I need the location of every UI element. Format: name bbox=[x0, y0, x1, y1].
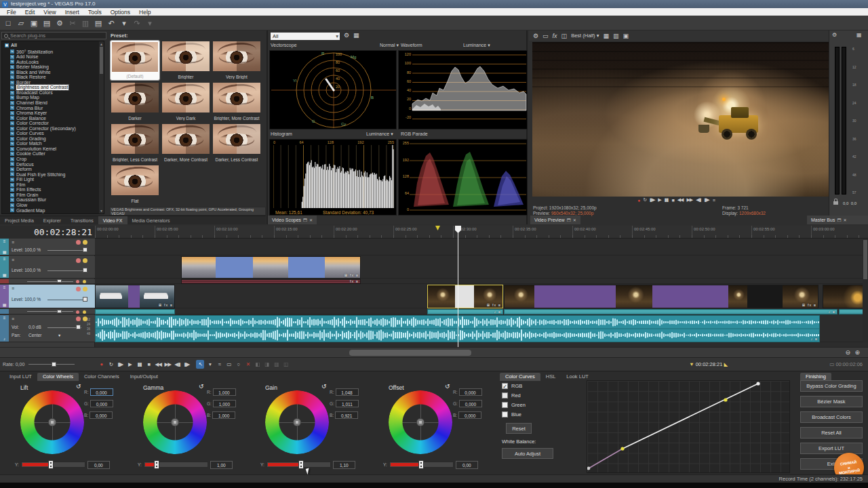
audio-track-header[interactable]: ≡♪ ≡ Vol: 0,0 dB Pan: Center ▾ 12243648 bbox=[0, 315, 95, 342]
plugin-list-item[interactable]: fx Film Effects bbox=[10, 187, 104, 192]
redo-dropdown-icon[interactable]: ▾ bbox=[144, 18, 155, 28]
selection-length[interactable]: ▭ 00:00:02:06 bbox=[829, 361, 863, 367]
track-hamburger-icon[interactable]: ≡ bbox=[3, 285, 6, 289]
redo-icon[interactable]: ↷ bbox=[132, 18, 142, 28]
auto-adjust-button[interactable]: Auto Adjust bbox=[502, 448, 553, 459]
plugin-list-item[interactable]: fx AutoLooks bbox=[10, 60, 104, 65]
plugin-list-item[interactable]: fx Color Curves bbox=[10, 131, 104, 136]
track-hamburger-icon[interactable]: ≡ bbox=[3, 239, 6, 243]
gamma-g-field[interactable]: 1,000 bbox=[213, 400, 236, 407]
menu-item[interactable]: Options bbox=[106, 9, 134, 16]
audio-event-icons[interactable]: ♪ ≡ bbox=[829, 310, 836, 314]
prev-frame-icon[interactable]: ◀▮ bbox=[696, 197, 701, 203]
scope-layout-icon[interactable]: ▦ bbox=[353, 32, 359, 39]
timeline-vscrollbar[interactable] bbox=[863, 239, 868, 342]
gain-y-value[interactable]: 1,10 bbox=[333, 461, 355, 469]
master-bus-tab[interactable]: Master Bus🗖✕ bbox=[807, 216, 868, 224]
solo-icon[interactable] bbox=[83, 240, 87, 245]
gamma-y-slider[interactable] bbox=[144, 462, 208, 468]
zoom-in-icon[interactable]: ⊕ bbox=[854, 349, 860, 356]
save-frame-icon[interactable]: ▣ bbox=[623, 33, 629, 39]
lift-g-field[interactable]: 0,000 bbox=[90, 400, 113, 407]
lift-y-slider[interactable] bbox=[21, 462, 85, 468]
channel-green-checkbox[interactable]: Green bbox=[502, 402, 526, 408]
scope-source-dropdown[interactable]: All bbox=[271, 33, 340, 40]
plugin-list-item[interactable]: fx HSL Adjust bbox=[10, 213, 104, 214]
video-clip-ships[interactable]: ⊞ fx ≡ bbox=[95, 285, 175, 308]
timeline-hscrollbar[interactable]: ⊖ ⊕ bbox=[0, 347, 868, 357]
grading-tab[interactable]: Input LUT bbox=[4, 373, 37, 381]
track-hamburger-icon[interactable]: ≡ bbox=[3, 316, 6, 320]
float-icon[interactable]: 🗖 bbox=[567, 218, 571, 222]
stop-icon[interactable]: ■ bbox=[144, 360, 153, 369]
lift-y-value[interactable]: 0,00 bbox=[87, 461, 110, 469]
scope-settings-gear-icon[interactable]: ⚙ bbox=[344, 32, 349, 39]
lane-1[interactable] bbox=[95, 239, 868, 256]
video-clip-warehouse-long[interactable]: ⊞ fx ≡ bbox=[504, 285, 818, 308]
preset-thumbnail[interactable]: Very Bright bbox=[212, 41, 261, 80]
channel-red-checkbox[interactable]: Red bbox=[502, 392, 521, 399]
audio-strip[interactable] bbox=[95, 309, 175, 314]
hscroll-thumb[interactable] bbox=[349, 350, 471, 356]
plugin-list-item[interactable]: fx Glow bbox=[10, 203, 104, 208]
lift-color-wheel[interactable] bbox=[20, 390, 84, 454]
event-icons[interactable]: ⊞ fx ≡ bbox=[344, 273, 359, 277]
plugin-tree-root[interactable]: ▦ All bbox=[5, 43, 104, 48]
plugin-list-item[interactable]: fx Color Balance bbox=[10, 116, 104, 121]
curve-point[interactable] bbox=[724, 398, 727, 401]
video-preview-tab[interactable]: Video Preview🗖✕ bbox=[530, 216, 580, 224]
event-icons[interactable]: ⊞ fx ≡ bbox=[159, 303, 173, 307]
title-bar[interactable]: V testproject.veg * - VEGAS Pro 17.0 bbox=[0, 0, 868, 8]
reset-icon[interactable]: ↺ bbox=[445, 383, 450, 390]
preset-thumbnail[interactable]: Darker, More Contrast bbox=[161, 123, 210, 163]
prev-frame-icon[interactable]: ◀▮ bbox=[173, 360, 181, 369]
normal-edit-tool-icon[interactable]: ↖ bbox=[196, 360, 204, 369]
histogram-mode-dropdown[interactable]: Luminance ▾ bbox=[366, 131, 393, 137]
preset-thumbnail[interactable]: Brighter bbox=[161, 41, 210, 80]
volume-slider[interactable] bbox=[76, 325, 81, 329]
menu-item[interactable]: View bbox=[39, 9, 60, 16]
plugin-list-item[interactable]: fx Gradient Map bbox=[10, 208, 104, 214]
scroll-up-icon[interactable]: ▲ bbox=[99, 41, 104, 47]
preset-thumbnail[interactable]: Darker, Less Contrast bbox=[212, 123, 261, 163]
gamma-color-wheel[interactable] bbox=[143, 390, 207, 454]
lift-b-field[interactable]: 0,000 bbox=[90, 411, 113, 419]
plugin-list-item[interactable]: fx Cookie Cutter bbox=[10, 151, 104, 157]
curve-point[interactable] bbox=[620, 447, 624, 450]
scroll-down-icon[interactable]: ▼ bbox=[99, 208, 104, 214]
mute-icon[interactable] bbox=[76, 317, 81, 322]
gain-g-field[interactable]: 1,011 bbox=[336, 400, 359, 407]
playhead-line[interactable] bbox=[458, 226, 458, 347]
menu-item[interactable]: Insert bbox=[61, 9, 83, 16]
dock-tab[interactable]: Project Media bbox=[0, 216, 39, 224]
event-fx-icons[interactable]: fx ≡ bbox=[350, 279, 359, 283]
publish-icon[interactable]: ▤ bbox=[41, 18, 52, 28]
go-to-start-icon[interactable]: ◀◀ bbox=[154, 360, 162, 369]
option-d-icon[interactable]: ◫ bbox=[281, 360, 290, 369]
zoom-tool-icon[interactable]: ○ bbox=[234, 360, 242, 369]
grading-tab[interactable]: Input/Output bbox=[125, 373, 163, 381]
gamma-b-field[interactable]: 1,000 bbox=[212, 411, 235, 419]
next-frame-icon[interactable]: ▮▶ bbox=[182, 360, 191, 369]
dock-tab[interactable]: Media Generators bbox=[127, 216, 175, 224]
plugin-list-item[interactable]: fx 360° Stabilization bbox=[10, 49, 104, 55]
offset-y-value[interactable]: 0,00 bbox=[456, 461, 478, 469]
gamma-r-field[interactable]: 1,000 bbox=[213, 388, 236, 396]
solo-icon[interactable] bbox=[83, 287, 87, 292]
float-icon[interactable]: 🗖 bbox=[303, 218, 307, 222]
tool-dropdown-icon[interactable]: ▾ bbox=[205, 360, 214, 369]
go-to-start-icon[interactable]: ◀◀ bbox=[677, 197, 684, 203]
plugin-list-item[interactable]: fx Chroma Keyer bbox=[10, 110, 104, 116]
preview-quality-dropdown[interactable]: Best (Half) ▾ bbox=[571, 33, 599, 39]
solo-icon[interactable] bbox=[83, 279, 86, 284]
audio-event-icons[interactable]: ♪ ≡ bbox=[811, 337, 818, 341]
plugin-list-item[interactable]: fx Black Restore bbox=[10, 75, 104, 80]
finishing-button[interactable]: Bézier Mask bbox=[800, 396, 863, 407]
open-project-icon[interactable]: ▱ bbox=[16, 18, 26, 28]
preset-thumbnail[interactable]: Very Dark bbox=[161, 82, 210, 121]
plugin-search-input[interactable]: Search plug-ins bbox=[1, 32, 106, 39]
play-from-start-icon[interactable]: ▮▶ bbox=[650, 197, 654, 203]
video-fx-icon[interactable]: fx bbox=[553, 33, 557, 39]
mute-icon[interactable] bbox=[76, 287, 81, 292]
menu-item[interactable]: Edit bbox=[21, 9, 39, 16]
